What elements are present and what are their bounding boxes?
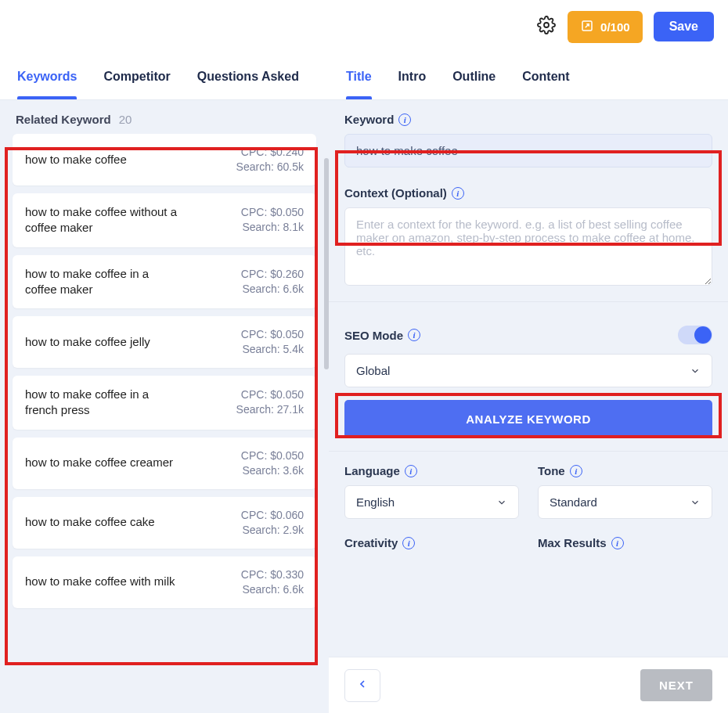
right-scroll[interactable]: Keyword i Context (Optional) i SEO Mode … bbox=[329, 100, 728, 657]
keyword-search-volume: Search: 6.6k bbox=[241, 582, 304, 597]
info-icon[interactable]: i bbox=[402, 537, 415, 549]
keyword-cpc: CPC: $0.260 bbox=[241, 267, 304, 282]
chevron-down-icon bbox=[496, 497, 507, 508]
keyword-cpc: CPC: $0.330 bbox=[241, 567, 304, 582]
analyze-keyword-button[interactable]: ANALYZE KEYWORD bbox=[344, 400, 712, 438]
keyword-search-volume: Search: 5.4k bbox=[241, 342, 304, 357]
export-icon bbox=[580, 19, 594, 35]
gear-icon bbox=[537, 16, 556, 38]
tab-questions-asked[interactable]: Questions Asked bbox=[197, 53, 299, 99]
tone-select[interactable]: Standard bbox=[538, 485, 712, 519]
next-button[interactable]: NEXT bbox=[640, 669, 712, 701]
keyword-stats: CPC: $0.050Search: 27.1k bbox=[236, 387, 304, 417]
credits-button[interactable]: 0/100 bbox=[568, 11, 643, 43]
context-input[interactable] bbox=[344, 207, 712, 286]
keyword-card[interactable]: how to make coffee with milkCPC: $0.330S… bbox=[13, 556, 316, 608]
keyword-stats: CPC: $0.050Search: 5.4k bbox=[241, 327, 304, 357]
back-button[interactable] bbox=[344, 669, 380, 702]
creativity-label: Creativity i bbox=[344, 536, 519, 549]
keyword-card[interactable]: how to make coffee jellyCPC: $0.050Searc… bbox=[13, 316, 316, 368]
keyword-card[interactable]: how to make coffee in a coffee makerCPC:… bbox=[13, 255, 316, 309]
keyword-term: how to make coffee jelly bbox=[25, 334, 150, 350]
keyword-card[interactable]: how to make coffee creamerCPC: $0.050Sea… bbox=[13, 438, 316, 489]
left-panel: Keywords Competitor Questions Asked Rela… bbox=[0, 53, 329, 713]
right-tabs: Title Intro Outline Content bbox=[329, 53, 728, 100]
keyword-stats: CPC: $0.050Search: 8.1k bbox=[241, 205, 304, 235]
keyword-card[interactable]: how to make coffee in a french pressCPC:… bbox=[13, 376, 316, 430]
settings-button[interactable] bbox=[536, 16, 557, 37]
info-icon[interactable]: i bbox=[611, 537, 624, 549]
keyword-cpc: CPC: $0.240 bbox=[236, 145, 304, 160]
keyword-cpc: CPC: $0.050 bbox=[241, 448, 304, 463]
keyword-term: how to make coffee bbox=[25, 152, 127, 167]
tab-keywords[interactable]: Keywords bbox=[17, 53, 77, 99]
footer-bar: NEXT bbox=[329, 657, 728, 713]
keyword-stats: CPC: $0.060Search: 2.9k bbox=[241, 508, 304, 538]
related-keyword-count: 20 bbox=[119, 113, 132, 126]
left-tabs: Keywords Competitor Questions Asked bbox=[0, 53, 329, 100]
info-icon[interactable]: i bbox=[398, 113, 411, 126]
keyword-stats: CPC: $0.240Search: 60.5k bbox=[236, 145, 304, 175]
tone-value: Standard bbox=[550, 495, 597, 509]
credits-text: 0/100 bbox=[600, 20, 630, 34]
keyword-input[interactable] bbox=[344, 134, 712, 167]
keyword-term: how to make coffee with milk bbox=[25, 574, 175, 589]
keyword-cpc: CPC: $0.050 bbox=[241, 205, 304, 220]
seo-mode-label: SEO Mode i bbox=[344, 329, 420, 342]
keyword-cpc: CPC: $0.050 bbox=[236, 387, 304, 402]
context-label: Context (Optional) i bbox=[344, 186, 712, 200]
keyword-search-volume: Search: 8.1k bbox=[241, 220, 304, 235]
keyword-term: how to make coffee in a coffee maker bbox=[25, 266, 182, 298]
save-button[interactable]: Save bbox=[654, 12, 714, 41]
keyword-term: how to make coffee without a coffee make… bbox=[25, 204, 182, 236]
keyword-search-volume: Search: 60.5k bbox=[236, 160, 304, 175]
keyword-card[interactable]: how to make coffeeCPC: $0.240Search: 60.… bbox=[13, 134, 316, 185]
related-keyword-title: Related Keyword bbox=[16, 113, 111, 126]
info-icon[interactable]: i bbox=[570, 465, 582, 477]
keyword-cpc: CPC: $0.050 bbox=[241, 327, 304, 342]
language-label: Language i bbox=[344, 464, 519, 477]
keyword-search-volume: Search: 3.6k bbox=[241, 463, 304, 478]
keyword-card[interactable]: how to make coffee without a coffee make… bbox=[13, 193, 316, 247]
info-icon[interactable]: i bbox=[452, 187, 464, 200]
tab-title[interactable]: Title bbox=[346, 53, 372, 99]
info-icon[interactable]: i bbox=[408, 329, 420, 341]
tab-intro[interactable]: Intro bbox=[398, 53, 427, 99]
keyword-label: Keyword i bbox=[344, 113, 712, 126]
region-value: Global bbox=[356, 364, 390, 377]
keyword-stats: CPC: $0.330Search: 6.6k bbox=[241, 567, 304, 597]
keyword-stats: CPC: $0.050Search: 3.6k bbox=[241, 448, 304, 478]
keyword-term: how to make coffee cake bbox=[25, 514, 155, 530]
keyword-term: how to make coffee creamer bbox=[25, 455, 173, 470]
max-results-label: Max Results i bbox=[538, 536, 712, 549]
keyword-search-volume: Search: 2.9k bbox=[241, 523, 304, 538]
keyword-stats: CPC: $0.260Search: 6.6k bbox=[241, 267, 304, 297]
related-keyword-header: Related Keyword 20 bbox=[0, 100, 329, 134]
keyword-card[interactable]: how to make coffee cakeCPC: $0.060Search… bbox=[13, 497, 316, 549]
language-select[interactable]: English bbox=[344, 485, 519, 519]
info-icon[interactable]: i bbox=[405, 465, 417, 477]
chevron-down-icon bbox=[690, 497, 701, 508]
tab-content[interactable]: Content bbox=[522, 53, 569, 99]
keyword-term: how to make coffee in a french press bbox=[25, 387, 182, 419]
tone-label: Tone i bbox=[538, 464, 712, 477]
right-panel: Title Intro Outline Content Keyword i Co… bbox=[329, 53, 728, 713]
seo-mode-toggle[interactable] bbox=[678, 326, 712, 344]
keyword-cpc: CPC: $0.060 bbox=[241, 508, 304, 523]
chevron-down-icon bbox=[690, 366, 701, 376]
tab-competitor[interactable]: Competitor bbox=[103, 53, 170, 99]
keyword-list: how to make coffeeCPC: $0.240Search: 60.… bbox=[0, 134, 329, 624]
toggle-knob bbox=[694, 326, 712, 344]
region-select[interactable]: Global bbox=[344, 354, 712, 387]
svg-point-0 bbox=[544, 23, 549, 27]
top-bar: 0/100 Save bbox=[0, 0, 728, 53]
left-scroll[interactable]: Related Keyword 20 how to make coffeeCPC… bbox=[0, 100, 329, 713]
keyword-search-volume: Search: 27.1k bbox=[236, 402, 304, 417]
chevron-left-icon bbox=[356, 678, 369, 693]
keyword-search-volume: Search: 6.6k bbox=[241, 282, 304, 297]
tab-outline[interactable]: Outline bbox=[452, 53, 496, 99]
language-value: English bbox=[356, 495, 395, 509]
